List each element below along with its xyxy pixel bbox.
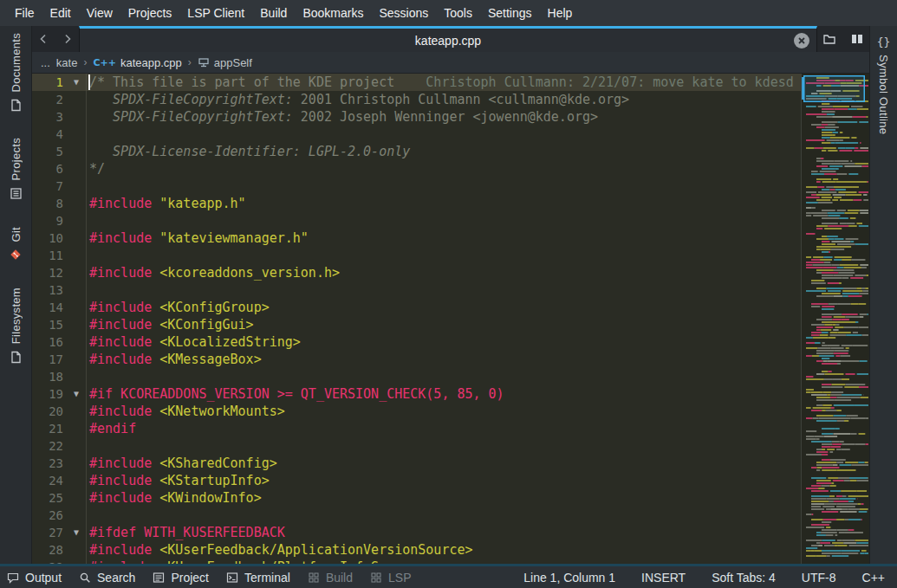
code-text: [88, 368, 801, 385]
code-line[interactable]: 5 SPDX-License-Identifier: LGPL-2.0-only: [32, 143, 801, 160]
document-tab[interactable]: kateapp.cpp: [79, 26, 817, 52]
code-line[interactable]: 26: [32, 507, 801, 524]
input-mode[interactable]: INSERT: [641, 571, 686, 585]
split-view-icon[interactable]: [849, 31, 865, 47]
menu-item-projects[interactable]: Projects: [120, 0, 180, 26]
fold-column: [65, 247, 88, 264]
code-line[interactable]: 11: [32, 247, 801, 264]
fold-arrow-icon[interactable]: ▼: [65, 385, 88, 403]
code-line[interactable]: 24#include <KStartupInfo>: [32, 472, 801, 489]
sidebar-item-filesystem[interactable]: Filesystem: [9, 288, 23, 364]
code-line[interactable]: 18: [32, 368, 801, 385]
breadcrumb-file[interactable]: C++ kateapp.cpp: [93, 56, 181, 69]
code-text: #include "kateviewmanager.h": [88, 229, 801, 247]
status-bar: OutputSearchProjectTerminalBuildLSP Line…: [0, 566, 897, 588]
code-text: #include <KConfigGroup>: [88, 299, 801, 316]
code-area[interactable]: 1▼/* This file is part of the KDE projec…: [32, 74, 801, 564]
code-line[interactable]: 8#include "kateapp.h": [32, 195, 801, 212]
code-line[interactable]: 4: [32, 126, 801, 143]
menu-item-tools[interactable]: Tools: [436, 0, 480, 26]
toolview-label: Search: [97, 571, 135, 585]
left-toolview-bar: DocumentsProjectsGitFilesystem: [0, 26, 32, 564]
toolview-button-lsp[interactable]: LSP: [370, 571, 411, 585]
code-line[interactable]: 21#endif: [32, 420, 801, 437]
toolview-button-output[interactable]: Output: [7, 571, 62, 585]
toolview-button-build[interactable]: Build: [308, 571, 353, 585]
minimap[interactable]: [801, 74, 869, 564]
breadcrumb-ellipsis[interactable]: ...: [41, 56, 50, 69]
encoding[interactable]: UTF-8: [802, 571, 836, 585]
code-line[interactable]: 14#include <KConfigGroup>: [32, 299, 801, 316]
menu-item-sessions[interactable]: Sessions: [371, 0, 436, 26]
menu-item-bookmarks[interactable]: Bookmarks: [295, 0, 371, 26]
code-line[interactable]: 10#include "kateviewmanager.h": [32, 229, 801, 247]
line-number: 6: [32, 160, 65, 178]
code-text: #endif: [88, 420, 801, 437]
sidebar-item-git[interactable]: Git: [9, 227, 23, 262]
code-text: SPDX-License-Identifier: LGPL-2.0-only: [88, 143, 801, 160]
fold-arrow-icon[interactable]: ▼: [65, 524, 88, 541]
code-line[interactable]: 25#include <KWindowInfo>: [32, 489, 801, 507]
code-line[interactable]: 3 SPDX-FileCopyrightText: 2002 Joseph We…: [32, 108, 801, 126]
fold-column: [65, 455, 88, 472]
menu-item-settings[interactable]: Settings: [480, 0, 540, 26]
toolview-button-search[interactable]: Search: [79, 571, 135, 585]
tab-title: kateapp.cpp: [415, 34, 481, 48]
code-line[interactable]: 19▼#if KCOREADDONS_VERSION >= QT_VERSION…: [32, 385, 801, 403]
code-line[interactable]: 1▼/* This file is part of the KDE projec…: [32, 74, 801, 91]
menu-item-edit[interactable]: Edit: [42, 0, 79, 26]
sidebar-item-label: Filesystem: [10, 288, 23, 344]
toolview-button-project[interactable]: Project: [153, 571, 209, 585]
fold-column: [65, 160, 88, 178]
code-line[interactable]: 15#include <KConfigGui>: [32, 316, 801, 333]
menu-item-build[interactable]: Build: [252, 0, 295, 26]
code-line[interactable]: 6*/: [32, 160, 801, 178]
menu-item-file[interactable]: File: [7, 0, 42, 26]
sidebar-item-documents[interactable]: Documents: [9, 33, 23, 112]
menu-item-help[interactable]: Help: [540, 0, 581, 26]
code-line[interactable]: 9: [32, 212, 801, 229]
code-line[interactable]: 23#include <KSharedConfig>: [32, 455, 801, 472]
code-line[interactable]: 16#include <KLocalizedString>: [32, 333, 801, 351]
tab-close-button[interactable]: [794, 33, 809, 48]
line-number: 18: [32, 368, 65, 385]
forward-button[interactable]: [60, 31, 75, 47]
menu-item-view[interactable]: View: [79, 0, 120, 26]
fold-column: [65, 351, 88, 368]
cursor-position[interactable]: Line 1, Column 1: [523, 571, 615, 585]
sidebar-item-label: Documents: [10, 33, 23, 92]
code-line[interactable]: 17#include <KMessageBox>: [32, 351, 801, 368]
terminal-icon: [226, 572, 238, 584]
code-line[interactable]: 20#include <KNetworkMounts>: [32, 403, 801, 420]
tab-mode[interactable]: Soft Tabs: 4: [712, 571, 776, 585]
right-toolview-bar: {}Symbol Outline: [869, 26, 897, 564]
code-text: #include <KStartupInfo>: [88, 472, 801, 489]
code-line[interactable]: 27▼#ifdef WITH_KUSERFEEDBACK: [32, 524, 801, 541]
code-line[interactable]: 12#include <kcoreaddons_version.h>: [32, 264, 801, 281]
project-icon: [153, 572, 165, 584]
sidebar-item-projects[interactable]: Projects: [9, 138, 23, 200]
fold-column: [65, 541, 88, 559]
fold-arrow-icon[interactable]: ▼: [65, 74, 88, 91]
fold-column: [65, 178, 88, 195]
menu-item-lsp-client[interactable]: LSP Client: [179, 0, 252, 26]
syntax-mode[interactable]: C++: [862, 571, 885, 585]
back-button[interactable]: [36, 31, 51, 47]
code-line[interactable]: 2 SPDX-FileCopyrightText: 2001 Christoph…: [32, 91, 801, 108]
breadcrumb-symbol[interactable]: appSelf: [198, 56, 252, 69]
code-line[interactable]: 7: [32, 178, 801, 195]
code-line[interactable]: 13: [32, 281, 801, 299]
line-number: 26: [32, 507, 65, 524]
history-nav: [32, 26, 79, 52]
breadcrumb-folder-kate[interactable]: kate: [56, 56, 78, 69]
toolview-label: Build: [326, 571, 353, 585]
fold-column: [65, 126, 88, 143]
toolview-buttons: OutputSearchProjectTerminalBuildLSP: [7, 571, 523, 585]
code-line[interactable]: 22: [32, 437, 801, 455]
toolview-button-terminal[interactable]: Terminal: [226, 571, 290, 585]
code-line[interactable]: 29#include <KUserFeedback/PlatformInfoSo…: [32, 559, 801, 564]
open-document-icon[interactable]: [822, 31, 837, 47]
kate-window: FileEditViewProjectsLSP ClientBuildBookm…: [0, 0, 897, 588]
sidebar-item-symbol-outline[interactable]: {}Symbol Outline: [877, 35, 891, 134]
code-line[interactable]: 28#include <KUserFeedback/ApplicationVer…: [32, 541, 801, 559]
